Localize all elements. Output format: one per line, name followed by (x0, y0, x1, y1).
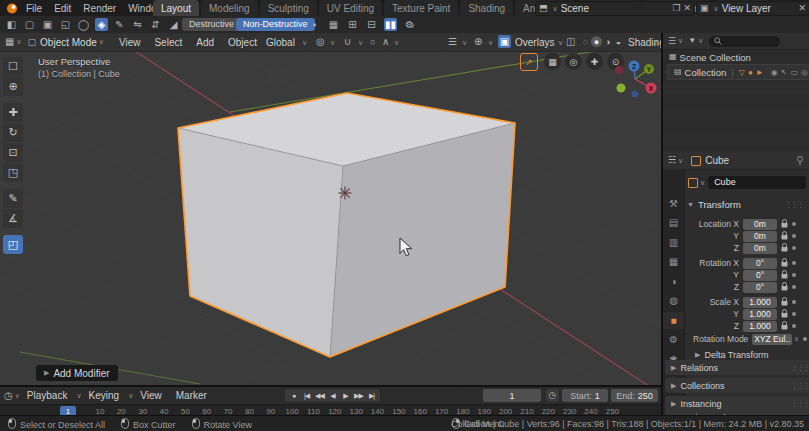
inset-mode-icon[interactable]: ⊞ (346, 18, 359, 31)
animate-dot-icon[interactable] (792, 285, 796, 289)
new-scene-icon[interactable]: ❐ (672, 4, 680, 13)
cursor-tool[interactable]: ⊕ (3, 77, 23, 96)
animate-dot-icon[interactable] (792, 312, 796, 316)
tab-scene[interactable]: ◑ (663, 273, 684, 290)
play-reverse-button[interactable]: ◀ (326, 390, 339, 402)
viewport-canvas[interactable] (0, 51, 661, 385)
scale-tool[interactable]: ⊡ (3, 143, 23, 162)
panel-collections[interactable]: ▶Collections⋮⋮⋮ (665, 378, 809, 393)
next-keyframe-button[interactable]: ▶▶ (352, 390, 365, 402)
orientation-dropdown[interactable]: Global (266, 37, 295, 48)
viewport-menu-view[interactable]: View (112, 37, 148, 48)
tab-sculpting[interactable]: Sculpting (260, 0, 317, 16)
pause-icon[interactable]: ▮▮ (384, 18, 397, 31)
non-destructive-button[interactable]: Non-Destructive (236, 18, 315, 31)
animate-dot-icon[interactable] (792, 324, 796, 328)
prev-keyframe-button[interactable]: ◀◀ (313, 390, 326, 402)
menu-edit[interactable]: Edit (48, 3, 77, 14)
slice-mode-icon[interactable]: ▦ (327, 18, 340, 31)
lock-icon[interactable] (781, 282, 788, 291)
delta-transform-subpanel[interactable]: ▶ Delta Transform (695, 350, 768, 360)
select-box-tool[interactable]: ☐ (3, 57, 23, 76)
active-tool-gizmo-icon[interactable]: ↗ (520, 53, 538, 71)
viewport-menu-add[interactable]: Add (189, 37, 221, 48)
rotation-mode-dropdown[interactable]: XYZ Eul.. (752, 334, 792, 345)
transform-tool[interactable]: ◳ (3, 163, 23, 182)
axis-neg-y-ball[interactable] (617, 84, 626, 93)
navigation-gizmo[interactable]: Z Y X (608, 59, 660, 117)
tab-layout[interactable]: Layout (153, 0, 199, 16)
panel-relations[interactable]: ▶Relations⋮⋮⋮ (665, 360, 809, 375)
transform-value-field[interactable]: 0m (743, 243, 777, 254)
transform-value-field[interactable]: 0° (743, 270, 777, 281)
rotate-tool[interactable]: ↻ (3, 123, 23, 142)
menu-render[interactable]: Render (77, 3, 122, 14)
animate-dot-icon[interactable] (792, 222, 796, 226)
start-frame-field[interactable]: Start: 1 (562, 389, 608, 402)
shape-corner-icon[interactable]: ◱ (59, 18, 72, 31)
view-layer-name[interactable]: View Layer (722, 3, 796, 14)
outliner-editor-icon[interactable]: ☰ (668, 37, 676, 46)
mirror-icon[interactable]: ⇋ (131, 18, 144, 31)
animate-dot-icon[interactable] (792, 261, 796, 265)
tab-tool[interactable]: ⚒ (663, 195, 684, 212)
transform-value-field[interactable]: 1.000 (743, 321, 777, 332)
tab-shading[interactable]: Shading (460, 0, 513, 16)
tab-world[interactable]: ◍ (663, 292, 684, 309)
panel-instancing[interactable]: ▶Instancing⋮⋮⋮ (665, 396, 809, 411)
knife-mode-icon[interactable]: ⊟ (365, 18, 378, 31)
animate-dot-icon[interactable] (792, 234, 796, 238)
destructive-button[interactable]: Destructive (182, 18, 241, 31)
lock-icon[interactable] (781, 258, 788, 267)
outliner-row-collection[interactable]: ▤ Collection | ▽●► ◉↖▭◎ (667, 64, 809, 80)
render-camera-icon[interactable]: ◎ (801, 68, 808, 77)
transform-panel-header[interactable]: ▼ Transform ⋮⋮⋮ (687, 199, 807, 210)
grip-icon[interactable]: ⋮⋮⋮ (791, 364, 809, 372)
timeline-editor-icon[interactable]: ◷ (4, 391, 13, 401)
tab-object[interactable]: ■ (663, 312, 684, 329)
lock-icon[interactable] (781, 270, 788, 279)
monitor-icon[interactable]: ▭ (790, 68, 798, 77)
xray-toggle-icon[interactable]: ◫ (566, 37, 575, 47)
pin-icon[interactable] (796, 156, 804, 166)
shading-dropdown[interactable]: Shading (628, 37, 665, 48)
axis-neg-x-ball[interactable] (615, 66, 623, 74)
object-types-visibility-icon[interactable]: ☰ (448, 37, 457, 47)
eye-icon[interactable]: ◉ (771, 68, 778, 77)
snap-settings-chevron[interactable]: ∨ (358, 39, 363, 47)
add-modifier-button[interactable]: ▶ Add Modifier (36, 365, 118, 381)
add-cube-tool[interactable]: ◰ (3, 235, 23, 254)
cube-object[interactable] (178, 93, 515, 357)
shape-circle-icon[interactable]: ◯ (77, 18, 90, 31)
shape-box-icon[interactable]: ▢ (23, 18, 36, 31)
shading-rendered-icon[interactable]: ◒ (613, 36, 624, 47)
filter-icon[interactable]: ▼ (688, 37, 696, 45)
tab-modifiers[interactable]: ⚙ (663, 331, 684, 348)
view-menu[interactable]: View (133, 390, 169, 401)
lock-icon[interactable] (781, 231, 788, 240)
object-name-input[interactable]: Cube (708, 176, 806, 189)
grip-icon[interactable]: ⋮⋮⋮ (785, 201, 803, 209)
pan-hand-icon[interactable]: ✚ (586, 53, 603, 70)
record-button[interactable]: ● (287, 390, 300, 402)
close-icon[interactable]: ✕ (798, 4, 806, 13)
tool-settings-editor-icon[interactable]: ◧ (5, 18, 18, 31)
lock-icon[interactable] (781, 309, 788, 318)
draw-icon[interactable]: ✎ (113, 18, 126, 31)
transform-value-field[interactable]: 1.000 (743, 297, 777, 308)
lock-icon[interactable] (781, 321, 788, 330)
mode-dropdown[interactable]: Object Mode (40, 37, 97, 48)
snap-magnet-icon[interactable]: ∪ (344, 37, 351, 47)
tab-render[interactable]: ▤ (663, 214, 684, 231)
tab-texture-paint[interactable]: Texture Paint (384, 0, 458, 16)
transform-value-field[interactable]: 1.000 (743, 309, 777, 320)
jump-start-button[interactable]: |◀ (300, 390, 313, 402)
keying-menu[interactable]: Keying (82, 390, 127, 401)
shading-solid-icon[interactable]: ● (591, 36, 602, 47)
properties-editor-icon[interactable]: ☵ (668, 156, 676, 165)
view-layer-selector[interactable]: ▣∨ View Layer ✕ (696, 1, 809, 16)
playback-menu[interactable]: Playback (20, 390, 75, 401)
lock-icon[interactable] (781, 219, 788, 228)
editor-type-icon[interactable]: ▦ (5, 37, 14, 47)
marker-menu[interactable]: Marker (169, 390, 214, 401)
